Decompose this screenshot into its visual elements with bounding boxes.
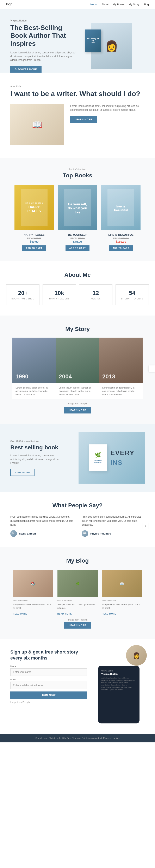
story-image-1: 1990: [12, 338, 56, 383]
story-text-1: Lorem ipsum at dolor laoreet, at accumsa…: [16, 386, 53, 396]
blog-post-text-1: Sample small text. Lorem ipsum dolor sit…: [13, 603, 53, 610]
about-learn-more-button[interactable]: LEARN MORE: [70, 116, 97, 123]
book-cover-title-2: Be yourself, do what you like: [66, 202, 89, 214]
testimonial-author-1: SL Stella Larson: [10, 530, 73, 537]
blog-post-text-3: Sample small text. Lorem ipsum dolor sit…: [102, 603, 142, 610]
bestsell-view-more-button[interactable]: VIEW MORE: [10, 469, 34, 476]
blog-post-text-2: Sample small text. Lorem ipsum dolor sit…: [57, 603, 98, 610]
blog-card-3: 📖 Post 4 Headline Sample small text. Lor…: [102, 570, 142, 615]
blog-read-more-3[interactable]: READ MORE: [102, 613, 117, 615]
hero-text: Lorem ipsum dolor sit amet, consectetur …: [10, 51, 76, 62]
stat-number-2: 10k: [47, 290, 72, 296]
name-input[interactable]: [10, 669, 87, 676]
nav-logo: logo: [6, 2, 12, 6]
book-add-to-cart-3[interactable]: ADD TO CART: [109, 245, 133, 251]
stats-title: About Me: [6, 272, 149, 278]
hero-book-label: The story of my: [86, 38, 100, 41]
author-name-1: Stella Larson: [19, 532, 36, 535]
story-section: My Story 1990 Lorem ipsum at dolor laore…: [0, 315, 155, 424]
hero-book: The story of my LIFE: [85, 30, 101, 52]
stack-book-line1: EVERY: [110, 449, 134, 457]
stack-book-1: 🌿 VIRGINIA BURTON: [89, 444, 107, 471]
about-text: Lorem ipsum dolor sit amet, consectetur …: [70, 104, 145, 112]
testimonial-card-1: Proin sed libero enim sed faucibus turpi…: [10, 515, 73, 537]
hero-book-title: LIFE: [91, 41, 95, 44]
device-name: Virginia Burton: [101, 673, 136, 675]
author-avatar-1: SL: [10, 530, 17, 537]
hero-content: Virginia Burton The Best-Selling Book Au…: [10, 19, 76, 72]
stack-book-author: VIRGINIA BURTON: [91, 459, 105, 464]
testimonial-card-2: Proin sed libero enim sed faucibus turpi…: [82, 515, 145, 537]
blog-learn-more-button[interactable]: LEARN MORE: [64, 622, 91, 628]
author-avatar-2: PP: [82, 530, 88, 537]
books-section-label: Book Collection: [6, 168, 149, 171]
blog-read-more-1[interactable]: READ MORE: [13, 613, 27, 615]
story-content-3: Lorem ipsum at dolor laoreet, at accumsa…: [99, 383, 143, 399]
book-add-to-cart-1[interactable]: ADD TO CART: [22, 245, 46, 251]
blog-read-more-2[interactable]: READ MORE: [57, 613, 72, 615]
story-year-3: 2013: [102, 373, 115, 380]
stat-label-2: HAPPY READERS: [47, 298, 72, 300]
testimonial-author-2: PP Phyllis Palumbo: [82, 530, 145, 537]
blog-caption: Image from Freepik: [6, 618, 149, 621]
blog-card-1: 📚 Post 6 Headline Sample small text. Lor…: [13, 570, 53, 615]
story-year-1: 1990: [16, 373, 28, 380]
footer-link[interactable]: Powered by Wix: [103, 737, 120, 739]
hero-discover-button[interactable]: DISCOVER MORE: [10, 66, 42, 72]
testimonials-title: What People Say?: [10, 502, 145, 509]
nav-my-books[interactable]: My Books: [113, 3, 125, 6]
testimonial-text-1: Proin sed libero enim sed faucibus turpi…: [10, 515, 73, 527]
about-content: 📖 Lorem ipsum dolor sit amet, consectetu…: [10, 104, 145, 145]
story-slides: 1990 Lorem ipsum at dolor laoreet, at ac…: [6, 338, 149, 399]
story-caption: Image from Freepik: [0, 402, 155, 405]
signup-title: Sign up & get a free short story every s…: [10, 649, 87, 661]
about-label: About Me: [10, 85, 145, 88]
name-field-group: Name: [10, 665, 87, 676]
hero-section: Virginia Burton The Best-Selling Book Au…: [0, 9, 155, 72]
stat-number-1: 20+: [10, 290, 35, 296]
story-content-2: Lorem ipsum at dolor laoreet, at accumsa…: [56, 383, 99, 399]
about-section: About Me I want to be a writer. What sho…: [0, 72, 155, 158]
footer-text: Sample text. Click to select the Text El…: [35, 737, 103, 739]
testimonials-next-button[interactable]: ›: [143, 523, 149, 529]
book-add-to-cart-2[interactable]: ADD TO CART: [66, 245, 89, 251]
story-image-3: 2013: [99, 338, 143, 383]
stack-book-leaf-icon: 🌿: [95, 452, 101, 458]
bestsell-reviews: Over 4000 Amazon Reviews: [10, 440, 64, 442]
bestsell-section: Over 4000 Amazon Reviews Best selling bo…: [0, 424, 155, 492]
book-cover-title-3: live is beautiful: [109, 205, 132, 212]
device-author: Virginia Burton: [101, 670, 136, 672]
story-content-1: Lorem ipsum at dolor laoreet, at accumsa…: [12, 383, 56, 399]
hero-visual: The story of my LIFE 👩: [83, 23, 145, 69]
book-name-2: BE YOURSELF: [58, 233, 97, 236]
nav-home[interactable]: Home: [90, 3, 98, 6]
testimonial-text-2: Proin sed libero enim sed faucibus turpi…: [82, 515, 145, 527]
story-next-button[interactable]: ›: [149, 366, 155, 372]
nav-blog[interactable]: Blog: [144, 3, 149, 6]
join-now-button[interactable]: JOIN NOW: [10, 691, 87, 699]
story-slide-1: 1990 Lorem ipsum at dolor laoreet, at ac…: [12, 338, 56, 399]
book-name-3: LIFE IS BEAUTIFUL: [101, 233, 140, 236]
story-learn-more-button[interactable]: LEARN MORE: [64, 407, 91, 413]
book-price-from-2: FROM $75.00: [58, 237, 97, 240]
signup-device: Virginia Burton Virginia Burton adipisci…: [98, 666, 139, 723]
stat-card-3: 12 AWARDS: [79, 284, 112, 305]
blog-title: My Blog: [6, 557, 149, 564]
story-image-2: 2004: [56, 338, 99, 383]
email-input[interactable]: [10, 682, 87, 689]
blog-post-label-2: Post 5 Headline: [57, 599, 98, 602]
blog-image-1: 📚: [13, 570, 53, 597]
stat-label-3: AWARDS: [83, 298, 108, 300]
blog-post-label-1: Post 6 Headline: [13, 599, 53, 602]
stat-label-4: LITERARY EVENTS: [120, 298, 145, 300]
nav-links: Home About My Books My Story Blog: [90, 3, 149, 6]
book-cover-inner-2: Be yourself, do what you like: [64, 189, 91, 226]
nav-my-story[interactable]: My Story: [129, 3, 139, 6]
signup-visual: 👩 Virginia Burton Virginia Burton adipis…: [93, 649, 145, 723]
stat-card-2: 10k HAPPY READERS: [43, 284, 76, 305]
book-price-from-3: FROM $169.00: [101, 237, 140, 240]
book-card-3: live is beautiful LIFE IS BEAUTIFUL FROM…: [101, 185, 140, 251]
nav-about[interactable]: About: [102, 3, 109, 6]
book-cover-author-1: VIRGINIA BURTON: [25, 202, 43, 204]
book-card-2: Be yourself, do what you like BE YOURSEL…: [58, 185, 97, 251]
